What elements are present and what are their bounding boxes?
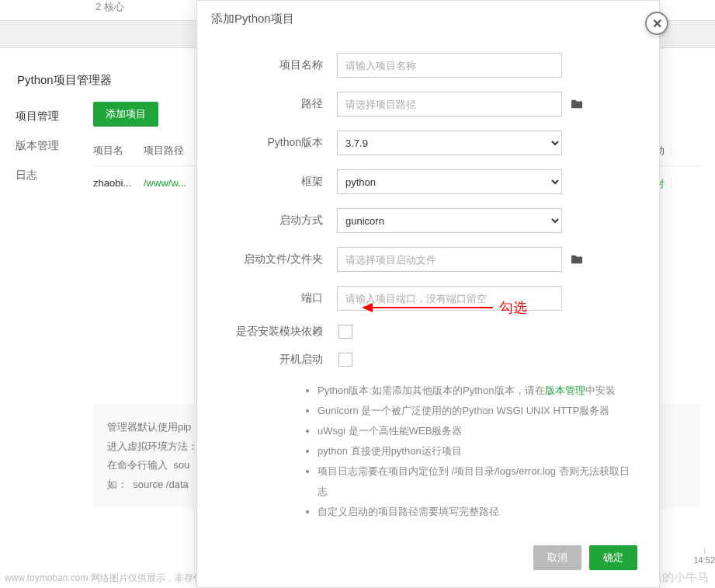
autostart-checkbox[interactable]: [338, 353, 352, 367]
port-label: 端口: [220, 291, 337, 305]
tip-item: 项目日志需要在项目内定位到 /项目目录/logs/error.log 否则无法获…: [318, 461, 636, 502]
ok-button[interactable]: 确定: [589, 545, 637, 570]
name-input[interactable]: [337, 53, 562, 78]
tip-item: uWsgi 是一个高性能WEB服务器: [318, 421, 636, 441]
folder-icon[interactable]: [570, 254, 584, 265]
th-name: 项目名: [93, 144, 144, 158]
framework-label: 框架: [220, 175, 337, 189]
td-name: zhaobi...: [93, 177, 144, 191]
tip-item: python 直接使用python运行项目: [318, 441, 636, 461]
framework-select[interactable]: python: [337, 169, 562, 194]
add-project-button[interactable]: 添加项目: [93, 102, 158, 127]
tip-item: Gunicorn 是一个被广泛使用的的Python WSGI UNIX HTTP…: [318, 401, 636, 421]
path-label: 路径: [220, 97, 337, 111]
add-project-modal: 添加Python项目 ✕ 项目名称 路径 Python版本 3.7.9 框架 p…: [196, 0, 660, 588]
tip-item: Python版本:如需添加其他版本的Python版本，请在版本管理中安装: [318, 381, 636, 401]
startfile-input[interactable]: [337, 247, 562, 272]
name-label: 项目名称: [220, 58, 337, 72]
startfile-label: 启动文件/文件夹: [220, 252, 337, 266]
installdeps-label: 是否安装模块依赖: [220, 325, 337, 339]
autostart-label: 开机启动: [220, 353, 337, 367]
modal-title: 添加Python项目: [197, 1, 659, 37]
stat-cores: 2 核心: [95, 0, 124, 14]
cancel-button[interactable]: 取消: [533, 545, 581, 570]
modal-tips: Python版本:如需添加其他版本的Python版本，请在版本管理中安装 Gun…: [220, 381, 636, 522]
folder-icon[interactable]: [570, 99, 584, 110]
sidebar: 项目管理 版本管理 日志: [16, 102, 93, 509]
time-mark: 14:52: [693, 555, 715, 565]
close-icon: ✕: [652, 16, 662, 31]
sidebar-item-versions[interactable]: 版本管理: [16, 131, 93, 161]
close-button[interactable]: ✕: [645, 12, 668, 35]
installdeps-checkbox[interactable]: [338, 325, 352, 339]
version-select[interactable]: 3.7.9: [337, 130, 562, 155]
sidebar-item-projects[interactable]: 项目管理: [16, 102, 93, 131]
startmode-label: 启动方式: [220, 214, 337, 228]
path-input[interactable]: [337, 92, 562, 117]
sidebar-item-logs[interactable]: 日志: [16, 161, 93, 190]
tip-item: 自定义启动的项目路径需要填写完整路径: [318, 502, 636, 522]
startmode-select[interactable]: gunicorn: [337, 208, 562, 233]
version-label: Python版本: [220, 136, 337, 150]
version-manage-link[interactable]: 版本管理: [545, 384, 585, 396]
port-input[interactable]: [337, 286, 562, 311]
